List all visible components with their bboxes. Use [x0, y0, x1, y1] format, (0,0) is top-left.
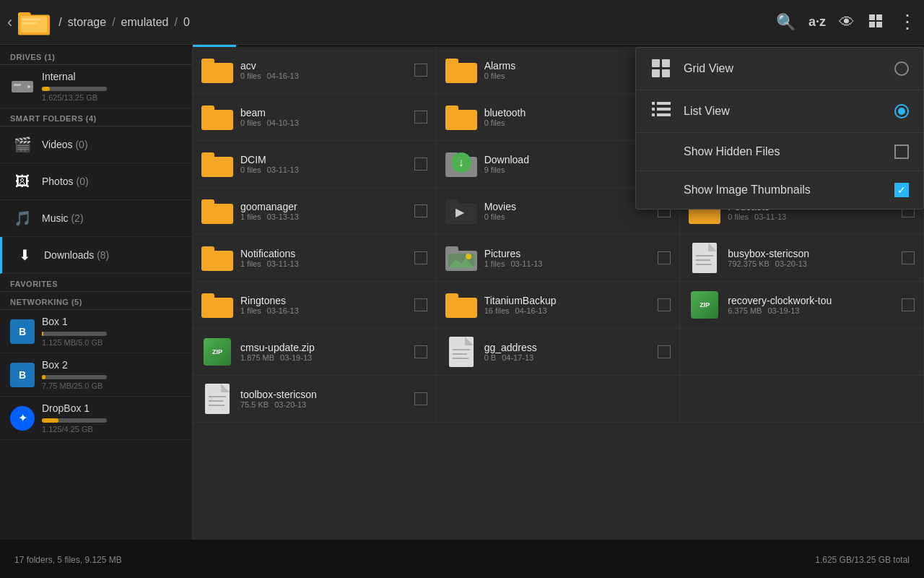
drives-header: DRIVES (1) — [0, 47, 192, 65]
file-item — [680, 329, 924, 376]
file-item-name: goomanager — [240, 201, 409, 212]
box2-storage-bar — [42, 375, 107, 379]
eye-button[interactable]: 👁 — [839, 13, 855, 32]
folder-icon — [201, 101, 233, 133]
file-item-checkbox[interactable] — [902, 251, 915, 264]
file-item-name: bluetooth — [484, 107, 653, 118]
photos-icon: 🖼 — [10, 169, 35, 194]
file-item-name: Pictures — [484, 248, 653, 259]
file-item-name: Alarms — [484, 60, 653, 72]
file-item-size: 0 files — [484, 212, 505, 221]
downloads-label: Downloads (8) — [44, 249, 182, 261]
file-item[interactable]: Ringtones1 files03-16-13 — [193, 282, 437, 329]
svg-rect-54 — [652, 69, 660, 77]
sidebar-item-dropbox1[interactable]: ✦ DropBox 1 1.125/4.25 GB — [0, 397, 192, 440]
file-item-checkbox[interactable] — [414, 204, 427, 217]
file-item-checkbox[interactable] — [414, 392, 427, 405]
file-item[interactable]: ZIPcmsu-update.zip1.875 MB03-19-13 — [193, 329, 437, 376]
sidebar-item-music[interactable]: 🎵 Music (2) — [0, 200, 192, 237]
file-item-checkbox[interactable] — [658, 345, 671, 358]
path-storage[interactable]: storage — [68, 16, 106, 29]
file-item[interactable]: ZIPrecovery-clockwork-tou6.375 MB03-19-1… — [680, 282, 924, 329]
file-item[interactable]: toolbox-stericson75.5 KB03-20-13 — [193, 376, 437, 423]
file-item-meta: 16 files04-16-13 — [484, 306, 653, 315]
movie-icon: ▶ — [445, 195, 477, 227]
folder-icon — [445, 54, 477, 86]
grid-view-radio[interactable] — [894, 61, 909, 76]
path-emulated[interactable]: emulated — [121, 16, 169, 29]
path-0[interactable]: 0 — [183, 16, 190, 29]
svg-rect-11 — [445, 59, 458, 67]
box1-icon: B — [10, 319, 35, 344]
file-item[interactable]: TitaniumBackup16 files04-16-13 — [437, 282, 681, 329]
file-item[interactable]: Notifications1 files03-11-13 — [193, 235, 437, 282]
file-item-size: 1 files — [240, 306, 261, 315]
file-item-date: 03-11-13 — [267, 165, 299, 174]
dropdown-hidden-files[interactable]: Show Hidden Files — [636, 133, 923, 171]
sidebar-item-internal[interactable]: Internal 1.625/13.25 GB — [0, 65, 192, 108]
file-item — [437, 376, 681, 423]
file-item-checkbox[interactable] — [414, 158, 427, 171]
file-item-date: 03-11-13 — [267, 259, 299, 268]
dropdown-list-view[interactable]: List View — [636, 90, 923, 133]
sidebar-item-box1[interactable]: B Box 1 1.125 MB/5.0 GB — [0, 310, 192, 353]
back-button[interactable]: ‹ — [7, 13, 12, 32]
box2-icon: B — [10, 363, 35, 387]
file-item-checkbox[interactable] — [414, 251, 427, 264]
file-item-info: toolbox-stericson75.5 KB03-20-13 — [240, 389, 409, 409]
file-item-date: 04-17-13 — [502, 353, 533, 362]
file-item-meta: 1 files03-16-13 — [240, 306, 409, 315]
hidden-files-checkbox[interactable] — [894, 144, 909, 159]
sidebar-item-box2[interactable]: B Box 2 7.75 MB/25.0 GB — [0, 353, 192, 397]
file-item-checkbox[interactable] — [414, 345, 427, 358]
dropbox1-fill — [42, 418, 58, 423]
file-item[interactable]: Pictures1 files03-11-13 — [437, 235, 681, 282]
dropdown-grid-view[interactable]: Grid View — [636, 48, 923, 90]
view-mode-button[interactable] — [868, 12, 885, 33]
overflow-menu-button[interactable]: ⋮ — [898, 11, 917, 33]
file-item-checkbox[interactable] — [902, 298, 915, 311]
svg-rect-21 — [201, 199, 214, 208]
dropbox1-label: DropBox 1 — [42, 402, 107, 414]
file-item-checkbox[interactable] — [658, 298, 671, 311]
file-item-checkbox[interactable] — [414, 111, 427, 124]
folder-icon — [445, 101, 477, 133]
list-view-radio[interactable] — [894, 104, 909, 118]
svg-rect-61 — [657, 113, 671, 116]
az-sort-button[interactable]: a·z — [808, 14, 826, 30]
file-browser: acv0 files04-16-13 Alarms0 files beam0 f… — [193, 47, 924, 540]
file-item-date: 03-13-13 — [267, 212, 299, 221]
dropdown-image-thumbnails[interactable]: Show Image Thumbnails ✓ — [636, 171, 923, 209]
file-item[interactable]: busybox-stericson792.375 KB03-20-13 — [680, 235, 924, 282]
music-label: Music (2) — [42, 212, 182, 224]
file-item-info: cmsu-update.zip1.875 MB03-19-13 — [240, 342, 409, 362]
file-item[interactable]: gg_address0 B04-17-13 — [437, 329, 681, 376]
file-item-checkbox[interactable] — [414, 64, 427, 77]
file-item-meta: 0 files04-10-13 — [240, 118, 409, 127]
file-item-info: Notifications1 files03-11-13 — [240, 248, 409, 268]
svg-rect-52 — [652, 59, 660, 67]
file-item[interactable]: goomanager1 files03-13-13 — [193, 188, 437, 235]
folder-icon — [445, 289, 477, 321]
file-item-meta: 1 files03-11-13 — [484, 259, 653, 268]
file-item[interactable]: beam0 files04-10-13 — [193, 94, 437, 141]
sidebar-item-photos[interactable]: 🖼 Photos (0) — [0, 163, 192, 200]
file-item-meta: 0 files — [484, 212, 653, 221]
file-item-name: Ringtones — [240, 295, 409, 306]
file-icon — [689, 242, 720, 274]
image-thumbnails-checkbox[interactable]: ✓ — [894, 183, 909, 197]
image-thumbnails-label: Show Image Thumbnails — [684, 184, 894, 197]
file-item[interactable]: DCIM0 files03-11-13 — [193, 141, 437, 188]
file-item-info: Ringtones1 files03-16-13 — [240, 295, 409, 315]
box1-label: Box 1 — [42, 316, 107, 327]
search-button[interactable]: 🔍 — [776, 13, 796, 32]
file-item-date: 03-19-13 — [280, 353, 312, 362]
status-bar: 17 folders, 5 files, 9.125 MB 1.625 GB/1… — [0, 540, 924, 578]
file-item-meta: 1.875 MB03-19-13 — [240, 353, 409, 362]
file-item-meta: 0 files — [484, 118, 653, 127]
sidebar-item-videos[interactable]: 🎬 Videos (0) — [0, 126, 192, 163]
file-item-checkbox[interactable] — [414, 298, 427, 311]
file-item-checkbox[interactable] — [658, 251, 671, 264]
sidebar-item-downloads[interactable]: ⬇ Downloads (8) — [0, 237, 192, 274]
file-item[interactable]: acv0 files04-16-13 — [193, 47, 437, 94]
